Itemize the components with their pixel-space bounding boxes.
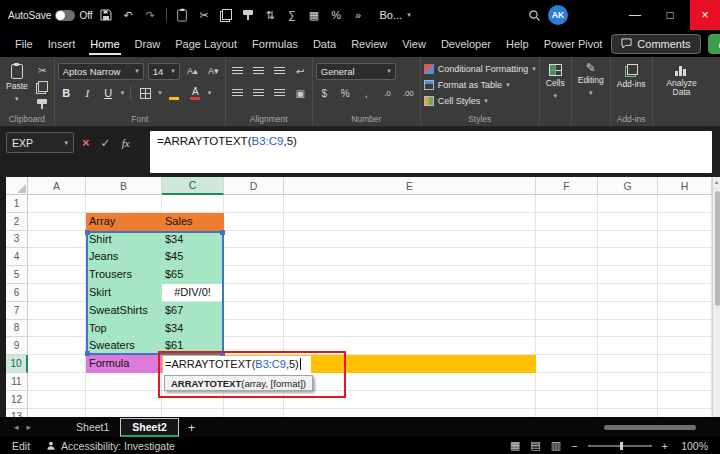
increase-font-button[interactable]: A▴ [184,64,201,78]
cell-a5[interactable] [28,266,86,284]
cell-g11[interactable] [598,373,658,391]
cell-d5[interactable] [224,266,284,284]
cell-h5[interactable] [658,266,712,284]
cell-g12[interactable] [598,391,658,409]
format-painter-icon[interactable] [240,5,257,25]
add-sheet-button[interactable]: + [179,420,205,435]
cell-c3[interactable]: $34 [162,231,224,249]
row-header-1[interactable]: 1 [6,195,28,213]
cell-b4[interactable]: Jeans [86,248,162,266]
cell-g2[interactable] [598,213,658,231]
copy-button[interactable] [34,80,51,94]
cell-d7[interactable] [224,302,284,320]
cell-f5[interactable] [536,266,598,284]
menu-tab-view[interactable]: View [395,32,433,56]
row-header-6[interactable]: 6 [6,284,28,302]
cell-e10[interactable] [284,355,536,373]
save-icon[interactable] [98,5,115,25]
cell-h13[interactable] [658,409,712,417]
cell-a9[interactable] [28,337,86,355]
cell-b2[interactable]: Array [86,213,162,231]
cell-b10[interactable]: Formula [86,355,162,373]
cell-f1[interactable] [536,195,598,213]
enter-button[interactable]: ✓ [101,136,111,150]
cell-h3[interactable] [658,231,712,249]
search-icon[interactable] [526,5,543,25]
cell-d12[interactable] [224,391,284,409]
sheet-tab-sheet2[interactable]: Sheet2 [120,418,178,437]
cell-h1[interactable] [658,195,712,213]
row-header-11[interactable]: 11 [6,373,28,391]
cell-e6[interactable] [284,284,536,302]
row-header-5[interactable]: 5 [6,266,28,284]
cell-b8[interactable]: Top [86,320,162,338]
cell-a8[interactable] [28,320,86,338]
cell-g8[interactable] [598,320,658,338]
cell-b6[interactable]: Skirt [86,284,162,302]
conditional-formatting-button[interactable]: Conditional Formatting ▾ [424,61,536,76]
paste-icon[interactable] [174,5,191,25]
currency-button[interactable]: $ [316,86,333,100]
borders-chevron-icon[interactable]: ▾ [158,89,162,97]
row-header-4[interactable]: 4 [6,248,28,266]
cell-d2[interactable] [224,213,284,231]
cell-f3[interactable] [536,231,598,249]
cell-e5[interactable] [284,266,536,284]
row-header-2[interactable]: 2 [6,213,28,231]
cut-button[interactable]: ✂ [34,63,51,77]
sheet-nav-right-icon[interactable]: ▸ [23,422,36,432]
cell-g9[interactable] [598,337,658,355]
vertical-scrollbar[interactable]: ▴ [712,177,720,417]
format-as-table-button[interactable]: Format as Table ▾ [424,77,536,92]
cell-a10[interactable] [28,355,86,373]
cell-c1[interactable] [162,195,224,213]
row-header-7[interactable]: 7 [6,302,28,320]
restore-button[interactable]: □ [655,0,685,30]
workbook-name[interactable]: Bo... [380,9,403,21]
fill-color-button[interactable] [166,86,183,100]
column-header-g[interactable]: G [598,177,658,195]
cell-f9[interactable] [536,337,598,355]
zoom-out-button[interactable]: − [571,440,577,452]
cell-g4[interactable] [598,248,658,266]
insert-function-button[interactable]: fx [122,137,130,149]
redo-icon[interactable]: ↷ [142,5,159,25]
menu-tab-help[interactable]: Help [499,32,536,56]
row-header-12[interactable]: 12 [6,391,28,409]
bold-button[interactable]: B [58,86,75,100]
cell-a13[interactable] [28,409,86,417]
cell-e8[interactable] [284,320,536,338]
cell-f8[interactable] [536,320,598,338]
menu-tab-review[interactable]: Review [344,32,394,56]
column-header-h[interactable]: H [658,177,712,195]
cell-h10[interactable] [658,355,712,373]
cell-g3[interactable] [598,231,658,249]
menu-tab-data[interactable]: Data [306,32,343,56]
cell-h4[interactable] [658,248,712,266]
wrap-text-button[interactable]: ↩ [292,64,309,78]
column-header-e[interactable]: E [284,177,536,195]
cell-d9[interactable] [224,337,284,355]
cell-g7[interactable] [598,302,658,320]
cell-a11[interactable] [28,373,86,391]
align-right-button[interactable] [271,86,288,100]
menu-tab-power-pivot[interactable]: Power Pivot [537,32,610,56]
autosave-switch-icon[interactable] [55,10,75,21]
cell-e4[interactable] [284,248,536,266]
cell-f7[interactable] [536,302,598,320]
percent-style-button[interactable]: % [337,86,354,100]
addins-button[interactable]: Add-ins [614,61,649,89]
undo-icon[interactable]: ↶ [120,5,137,25]
autosave-toggle[interactable]: AutoSave Off [8,10,93,21]
cell-h2[interactable] [658,213,712,231]
italic-button[interactable]: I [79,86,96,100]
decrease-font-button[interactable]: A▾ [205,64,222,78]
cut-icon[interactable]: ✂ [196,5,213,25]
sort-icon[interactable]: ⇅ [262,5,279,25]
column-header-d[interactable]: D [224,177,284,195]
cell-e9[interactable] [284,337,536,355]
font-color-chevron-icon[interactable]: ▾ [208,89,212,97]
row-header-10[interactable]: 10 [6,355,28,373]
row-header-9[interactable]: 9 [6,337,28,355]
cell-d13[interactable] [224,409,284,417]
